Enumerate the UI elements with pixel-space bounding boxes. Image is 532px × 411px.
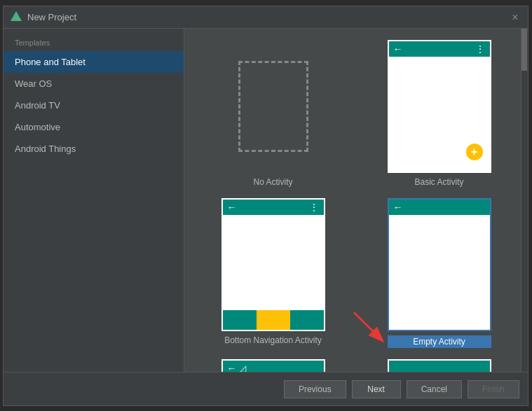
no-activity-label: No Activity (253, 177, 292, 187)
cancel-button[interactable]: Cancel (407, 380, 462, 398)
title-bar: New Project × (4, 6, 528, 29)
extra-preview (388, 359, 491, 372)
back-arrow-icon: ← (393, 43, 403, 55)
template-basic-activity[interactable]: ← ⋮ + Basic Activity (362, 40, 517, 187)
scrollbar-track[interactable] (521, 29, 528, 372)
sidebar-item-phone-tablet[interactable]: Phone and Tablet (4, 51, 184, 73)
new-project-dialog: New Project × Templates Phone and Tablet… (3, 6, 528, 406)
fab-icon: + (466, 144, 483, 160)
no-activity-preview (221, 40, 325, 173)
dialog-body: Templates Phone and Tablet Wear OS Andro… (4, 29, 528, 372)
menu-dots-icon: ⋮ (475, 43, 486, 55)
dialog-footer: Previous Next Cancel Finish (4, 372, 528, 405)
svg-line-1 (354, 312, 378, 337)
menu-dots-icon-2: ⋮ (309, 202, 320, 213)
template-bottom-navigation[interactable]: ← ⋮ Bottom Navigation Activity (196, 198, 350, 348)
sidebar: Templates Phone and Tablet Wear OS Andro… (4, 29, 184, 372)
nav-item-2 (257, 310, 290, 330)
arrow-indicator (347, 305, 389, 349)
template-fullscreen-activity[interactable]: ← ◿ (196, 359, 350, 372)
fullscreen-icon: ◿ (240, 363, 246, 372)
nav-item-1 (223, 310, 257, 330)
android-studio-icon (11, 12, 22, 23)
sidebar-item-wear-os[interactable]: Wear OS (4, 73, 184, 95)
bottom-navigation-preview: ← ⋮ (221, 198, 325, 331)
back-arrow-icon-2: ← (227, 202, 237, 213)
template-no-activity[interactable]: No Activity (196, 40, 350, 187)
fullscreen-activity-preview: ← ◿ (221, 359, 325, 372)
back-arrow-icon-3: ← (393, 202, 403, 213)
basic-activity-label: Basic Activity (414, 177, 463, 187)
previous-button[interactable]: Previous (284, 380, 346, 398)
next-button[interactable]: Next (352, 380, 401, 398)
basic-activity-preview: ← ⋮ + (388, 40, 491, 173)
finish-button[interactable]: Finish (468, 380, 519, 398)
sidebar-item-android-things[interactable]: Android Things (4, 138, 184, 160)
sidebar-item-automotive[interactable]: Automotive (4, 116, 184, 138)
templates-label: Templates (4, 34, 184, 51)
nav-item-3 (290, 310, 324, 330)
bottom-nav-bar (223, 310, 324, 330)
bottom-navigation-label: Bottom Navigation Activity (224, 335, 322, 345)
empty-activity-label: Empty Activity (388, 335, 491, 348)
sidebar-item-android-tv[interactable]: Android TV (4, 95, 184, 116)
back-arrow-icon-4: ← (227, 363, 237, 372)
template-extra-preview[interactable] (362, 359, 517, 372)
scrollbar-thumb[interactable] (521, 29, 527, 71)
empty-activity-preview: ← (388, 198, 491, 331)
close-button[interactable]: × (510, 12, 521, 23)
dialog-title: New Project (27, 12, 510, 22)
